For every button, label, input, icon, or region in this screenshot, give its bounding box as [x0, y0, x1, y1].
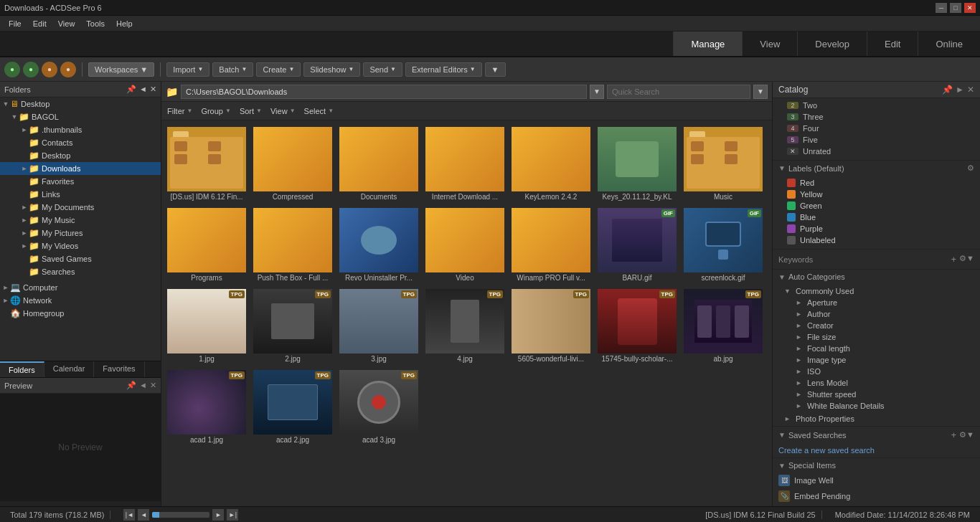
- nav-forward-button[interactable]: ●: [23, 62, 39, 77]
- tree-item-computer[interactable]: ► 💻 Computer: [0, 281, 161, 294]
- auto-categories-header[interactable]: ▼ Auto Categories: [773, 270, 980, 284]
- more-button[interactable]: ▼: [485, 62, 506, 77]
- auto-cat-photoproperties[interactable]: ► Photo Properties: [784, 413, 974, 424]
- maximize-button[interactable]: □: [950, 3, 961, 13]
- list-item[interactable]: Revo Uninstaller Pr...: [336, 204, 421, 284]
- list-item[interactable]: GIF screenlock.gif: [681, 204, 765, 284]
- arrow-icon[interactable]: ►: [956, 85, 964, 95]
- list-item[interactable]: TPG 1.jpg: [164, 285, 249, 365]
- auto-cat-author[interactable]: ► Author: [796, 308, 974, 320]
- tree-item-contacts[interactable]: 📁 Contacts: [0, 136, 161, 149]
- tree-item-thumbnails[interactable]: ► 📁 .thumbnails: [0, 123, 161, 136]
- list-item[interactable]: Internet Download ...: [423, 123, 507, 203]
- special-item-embed-pending[interactable]: 📎 Embed Pending: [773, 488, 980, 504]
- folder-tree[interactable]: ▼ 🖥 Desktop ▼ 📁 BAGOL ► 📁 .thumbnails 📁 …: [0, 98, 161, 361]
- close-icon[interactable]: ✕: [150, 85, 156, 94]
- expand-icon[interactable]: [20, 255, 29, 263]
- expand-icon[interactable]: [1, 309, 10, 318]
- minimize-button[interactable]: ─: [936, 3, 947, 13]
- tree-item-desktop-root[interactable]: ▼ 🖥 Desktop: [0, 98, 161, 110]
- menu-file[interactable]: File: [3, 18, 27, 29]
- auto-cat-creator[interactable]: ► Creator: [796, 320, 974, 331]
- list-item[interactable]: [DS.us] IDM 6.12 Fin...: [164, 123, 249, 203]
- list-item[interactable]: TPG 5605-wonderful-livi...: [509, 285, 593, 365]
- expand-icon[interactable]: ►: [20, 242, 29, 250]
- arrow-icon[interactable]: ◄: [139, 381, 147, 390]
- slideshow-button[interactable]: Slideshow ▼: [303, 62, 360, 77]
- label-blue[interactable]: Blue: [787, 212, 974, 223]
- expand-icon[interactable]: ▼: [1, 100, 10, 108]
- list-item[interactable]: Keys_20.11.12_by.KL: [595, 123, 679, 203]
- expand-icon[interactable]: ►: [20, 203, 29, 212]
- auto-cat-focal[interactable]: ► Focal length: [796, 343, 974, 354]
- labels-header[interactable]: ▼ Labels (Default) ⚙: [773, 161, 980, 176]
- gear-icon[interactable]: ⚙: [967, 163, 974, 173]
- auto-cat-filesize[interactable]: ► File size: [796, 331, 974, 343]
- list-item[interactable]: KeyLemon 2.4.2: [509, 123, 593, 203]
- close-icon[interactable]: ✕: [150, 381, 156, 390]
- tab-manage[interactable]: Manage: [673, 32, 742, 56]
- special-item-imagewell[interactable]: 🖼 Image Well: [773, 473, 980, 488]
- pin-icon[interactable]: 📌: [126, 85, 136, 94]
- tree-item-mypictures[interactable]: ► 📁 My Pictures: [0, 227, 161, 239]
- tab-online[interactable]: Online: [918, 32, 980, 56]
- search-input[interactable]: [607, 85, 750, 99]
- nav-home-button[interactable]: ●: [60, 62, 76, 77]
- tree-item-links[interactable]: 📁 Links: [0, 188, 161, 201]
- expand-icon[interactable]: ►: [20, 164, 29, 173]
- add-saved-search-button[interactable]: +: [951, 430, 957, 440]
- group-button[interactable]: Group ▼: [201, 107, 231, 115]
- pin-icon[interactable]: 📌: [126, 381, 136, 390]
- send-button[interactable]: Send ▼: [363, 62, 402, 77]
- menu-edit[interactable]: Edit: [27, 18, 52, 29]
- list-item[interactable]: TPG 15745-bully-scholar-...: [595, 285, 679, 365]
- expand-icon[interactable]: [20, 151, 29, 160]
- auto-cat-shutter[interactable]: ► Shutter speed: [796, 389, 974, 400]
- rating-unrated[interactable]: ✕ Unrated: [787, 146, 974, 157]
- auto-cat-commonly-used[interactable]: ▼ Commonly Used: [784, 285, 974, 297]
- batch-button[interactable]: Batch ▼: [212, 62, 253, 77]
- list-item[interactable]: TPG 2.jpg: [250, 285, 335, 365]
- tree-item-network[interactable]: ► 🌐 Network: [0, 294, 161, 307]
- rating-five[interactable]: 5 Five: [787, 134, 974, 146]
- list-item[interactable]: Video: [423, 204, 507, 284]
- tree-item-desktop-sub[interactable]: 📁 Desktop: [0, 149, 161, 162]
- import-button[interactable]: Import ▼: [166, 62, 209, 77]
- expand-icon[interactable]: [20, 190, 29, 199]
- label-green[interactable]: Green: [787, 200, 974, 212]
- expand-icon[interactable]: ►: [20, 125, 29, 134]
- tree-item-searches[interactable]: 📁 Searches: [0, 265, 161, 278]
- list-item[interactable]: TPG 3.jpg: [336, 285, 421, 365]
- tree-item-homegroup[interactable]: 🏠 Homegroup: [0, 307, 161, 320]
- label-purple[interactable]: Purple: [787, 223, 974, 234]
- view-button[interactable]: View ▼: [270, 107, 296, 115]
- auto-cat-whitebalance[interactable]: ► White Balance Details: [796, 400, 974, 412]
- create-button[interactable]: Create ▼: [256, 62, 301, 77]
- menu-tools[interactable]: Tools: [80, 18, 110, 29]
- list-item[interactable]: GIF BARU.gif: [595, 204, 679, 284]
- tree-item-mydocuments[interactable]: ► 📁 My Documents: [0, 201, 161, 214]
- saved-search-gear-icon[interactable]: ⚙▼: [959, 430, 974, 440]
- list-item[interactable]: Compressed: [250, 123, 335, 203]
- pin-icon[interactable]: 📌: [942, 85, 953, 95]
- menu-help[interactable]: Help: [110, 18, 138, 29]
- auto-cat-lensmodel[interactable]: ► Lens Model: [796, 377, 974, 389]
- rating-four[interactable]: 4 Four: [787, 123, 974, 134]
- expand-icon[interactable]: ►: [20, 229, 29, 237]
- auto-cat-aperture[interactable]: ► Aperture: [796, 297, 974, 308]
- close-button[interactable]: ✕: [964, 3, 976, 13]
- special-items-header[interactable]: ▼ Special Items: [773, 458, 980, 473]
- create-saved-search-link[interactable]: Create a new saved search: [778, 446, 875, 455]
- tree-item-savedgames[interactable]: 📁 Saved Games: [0, 252, 161, 265]
- list-item[interactable]: TPG acad 3.jpg: [336, 366, 421, 446]
- label-red[interactable]: Red: [787, 177, 974, 189]
- workspaces-button[interactable]: Workspaces ▼: [88, 62, 154, 77]
- list-item[interactable]: Documents: [336, 123, 421, 203]
- tab-develop[interactable]: Develop: [797, 32, 867, 56]
- expand-icon[interactable]: ▼: [10, 113, 19, 121]
- nav-up-button[interactable]: ●: [42, 62, 57, 77]
- label-yellow[interactable]: Yellow: [787, 189, 974, 200]
- search-button[interactable]: ▼: [753, 85, 768, 99]
- go-button[interactable]: ▼: [590, 85, 604, 99]
- nav-next-button[interactable]: ►: [212, 509, 224, 521]
